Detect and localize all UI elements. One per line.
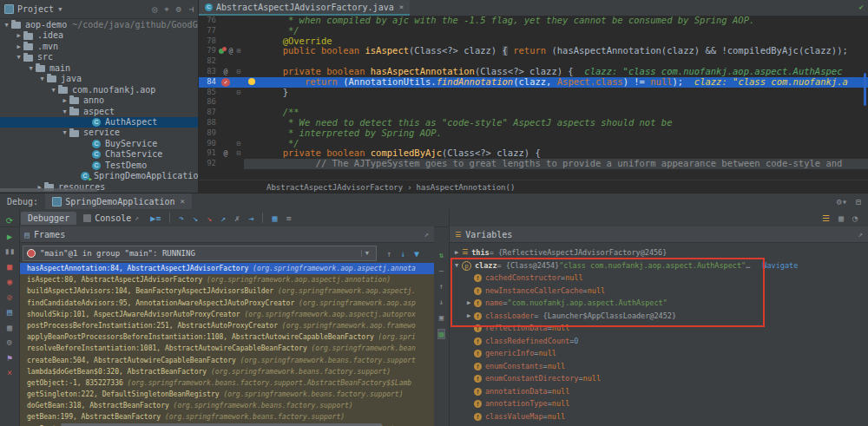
- thread-selector[interactable]: "main"@1 in group "main": RUNNING ▼: [23, 246, 377, 261]
- pin-icon[interactable]: ⚑: [7, 353, 12, 363]
- frame-down-icon[interactable]: ↓: [400, 249, 405, 259]
- fold-icon[interactable]: ⊟: [233, 139, 244, 149]
- code-line[interactable]: 89 * interpreted by Spring AOP.: [199, 128, 868, 139]
- override-marker-icon[interactable]: [219, 47, 228, 56]
- restore-layout-icon[interactable]: ▦: [7, 323, 12, 332]
- fold-icon[interactable]: ⊟: [233, 148, 244, 159]
- tree-item[interactable]: ▼com.nuofankj.aop: [0, 85, 198, 95]
- code-line[interactable]: 86: [199, 97, 868, 108]
- variable-expand-icon[interactable]: ▶: [464, 310, 474, 323]
- close-icon[interactable]: ×: [7, 368, 12, 377]
- mute-breakpoints-icon[interactable]: ⊘: [7, 292, 12, 302]
- variable-row[interactable]: fclassRedefinedCount = 0: [450, 335, 868, 348]
- resume-icon[interactable]: ▶: [7, 232, 12, 241]
- run-to-cursor-icon[interactable]: ⇥: [248, 213, 253, 223]
- variable-expand-icon[interactable]: ▼: [451, 259, 462, 272]
- tree-expand-icon[interactable]: ▶: [14, 30, 23, 41]
- editor-scrollbar-thumb[interactable]: [864, 73, 866, 106]
- code-line[interactable]: 79@⊞ public boolean isAspect(Class<?> cl…: [199, 46, 868, 56]
- view-breakpoints-icon[interactable]: ◉: [7, 277, 12, 286]
- layout-settings-icon[interactable]: ≡: [286, 213, 291, 223]
- stack-frame-row[interactable]: hasAspectAnnotation:84, AbstractAspectJA…: [19, 263, 434, 274]
- locate-file-icon[interactable]: ◎: [152, 4, 157, 15]
- close-session-icon[interactable]: ×: [181, 197, 185, 206]
- code-line[interactable]: 85⊟ }: [199, 88, 868, 98]
- drop-frame-icon[interactable]: ✗: [234, 213, 240, 223]
- stack-frame-row[interactable]: applyBeanPostProcessorsBeforeInstantiati…: [19, 331, 434, 343]
- variable-row[interactable]: freflectionData = null: [450, 322, 868, 335]
- tree-item[interactable]: ▶.idea: [0, 30, 198, 41]
- code-line[interactable]: 88 * We need to detect this as "code-sty…: [199, 118, 868, 128]
- breadcrumb-class[interactable]: AbstractAspectJAdvisorFactory: [266, 183, 403, 192]
- tree-item[interactable]: CAuthAspect: [0, 117, 198, 128]
- down-icon[interactable]: ↓: [439, 298, 444, 306]
- overhead-icon[interactable]: ◔: [852, 213, 858, 223]
- code-line[interactable]: 91@⊟ private boolean compiledByAjc(Class…: [199, 148, 868, 159]
- breadcrumb-method[interactable]: hasAspectAnnotation(): [417, 183, 516, 192]
- tree-expand-icon[interactable]: ▼: [26, 63, 36, 74]
- code-line[interactable]: 92 // The AJTypeSystem goes to great len…: [199, 159, 868, 169]
- variable-row[interactable]: ▼pclazz = {Class@2454} "class com.nuofan…: [450, 259, 868, 272]
- threads-view-icon[interactable]: ☰: [822, 213, 830, 223]
- variable-row[interactable]: fenumConstantDirectory = null: [450, 372, 868, 385]
- thread-dump-icon[interactable]: ▤: [7, 307, 12, 317]
- rerun-icon[interactable]: ⟳: [6, 216, 13, 226]
- async-traces-icon[interactable]: ▤: [437, 329, 445, 339]
- variable-expand-icon[interactable]: ▶: [464, 297, 474, 310]
- show-execution-point-icon[interactable]: ▶≡: [150, 213, 161, 223]
- tab-console[interactable]: Console↗: [76, 212, 146, 225]
- tree-expand-icon[interactable]: ▼: [37, 74, 47, 84]
- variable-expand-icon[interactable]: ▶: [451, 246, 462, 259]
- memory-view-icon[interactable]: ▦: [838, 213, 844, 223]
- variable-row[interactable]: fenumConstants = null: [450, 360, 868, 373]
- code-line[interactable]: 87 /**: [199, 108, 868, 118]
- editor-tab[interactable]: C AbstractAspectJAdvisorFactory.java ×: [199, 0, 410, 16]
- breakpoint-icon[interactable]: ✓: [221, 78, 230, 87]
- float-panel-icon[interactable]: ↗: [858, 230, 863, 239]
- code-line[interactable]: 90⊟ */: [199, 139, 868, 149]
- tree-item[interactable]: ▼aspect: [0, 107, 198, 117]
- variable-row[interactable]: fannotationData = null: [450, 385, 868, 398]
- variable-row[interactable]: fannotationType = null: [450, 397, 868, 410]
- step-into-icon[interactable]: ↘: [193, 213, 198, 223]
- stack-frame-row[interactable]: lambda$doGetBean$0:320, AbstractBeanFact…: [19, 366, 434, 377]
- stack-frame-row[interactable]: postProcessBeforeInstantiation:251, Abst…: [19, 320, 434, 331]
- breadcrumb[interactable]: AbstractAspectJAdvisorFactory › hasAspec…: [199, 180, 868, 193]
- compare-stack-icon[interactable]: ⇅: [439, 251, 444, 259]
- tree-expand-icon[interactable]: ▶: [60, 95, 69, 106]
- tree-item[interactable]: CTestDemo: [0, 161, 198, 171]
- close-tab-icon[interactable]: ×: [399, 3, 404, 11]
- code-line[interactable]: 77 */: [199, 26, 868, 36]
- separator-icon[interactable]: —: [439, 266, 444, 275]
- code-line[interactable]: 84✓ return (AnnotationUtils.findAnnotati…: [199, 77, 868, 88]
- float-panel-icon[interactable]: ↗: [424, 230, 429, 239]
- tree-item[interactable]: CChatService: [0, 149, 198, 160]
- chevron-down-icon[interactable]: ▼: [361, 250, 372, 257]
- filter-frames-icon[interactable]: ▼: [414, 249, 419, 259]
- tree-item[interactable]: ▼aop-demo~/code/java/github/GoodGood: [0, 20, 198, 30]
- tree-expand-icon[interactable]: ▼: [60, 128, 69, 138]
- collapse-all-icon[interactable]: ⌖: [164, 4, 169, 15]
- project-tree-scrollbar[interactable]: [0, 188, 97, 192]
- code-line[interactable]: 82: [199, 56, 868, 67]
- tree-expand-icon[interactable]: ▼: [49, 85, 58, 95]
- variable-row[interactable]: ▶fclassLoader = {Launcher$AppClassLoader…: [450, 310, 868, 323]
- step-out-icon[interactable]: ↗: [220, 213, 226, 223]
- code-line[interactable]: 78 @Override: [199, 36, 868, 47]
- variable-row[interactable]: fclassValueMap = null: [450, 410, 868, 423]
- tree-item[interactable]: CBuyService: [0, 139, 198, 149]
- tree-item[interactable]: ▼java: [0, 74, 198, 84]
- stack-frame-row[interactable]: buildAspectJAdvisors:104, BeanFactoryAsp…: [19, 285, 434, 297]
- tree-expand-icon[interactable]: ▶: [14, 42, 23, 52]
- stack-frame-row[interactable]: getSingleton:222, DefaultSingletonBeanRe…: [19, 389, 434, 400]
- stack-frame-row[interactable]: shouldSkip:101, AspectJAwareAdvisorAutoP…: [19, 309, 434, 320]
- up-icon[interactable]: ↑: [439, 282, 444, 291]
- tree-item[interactable]: ▼service: [0, 128, 198, 138]
- frame-up-icon[interactable]: ↑: [386, 249, 391, 259]
- fold-icon[interactable]: ⊟: [233, 67, 244, 77]
- tree-item[interactable]: ▼main: [0, 63, 198, 74]
- variable-row[interactable]: ▶☰this = {ReflectiveAspectJAdvisorFactor…: [450, 246, 868, 259]
- copy-stack-icon[interactable]: ▣: [439, 313, 444, 322]
- hide-panel-icon[interactable]: ⊟: [856, 197, 861, 206]
- tree-expand-icon[interactable]: ▼: [14, 52, 23, 62]
